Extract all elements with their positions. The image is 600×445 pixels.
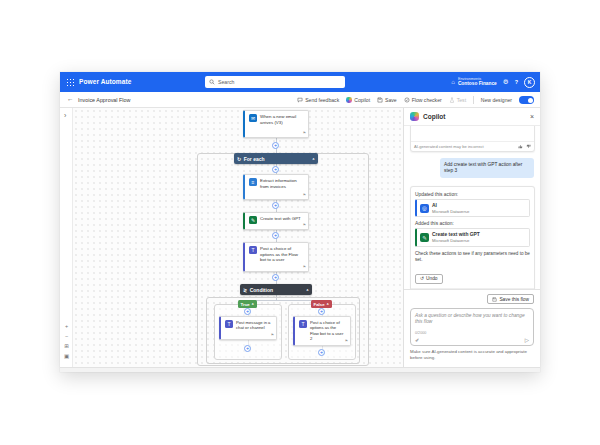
updated-action-label: Updated this action: [415,192,530,197]
command-bar-actions: Send feedback Copilot Save Flow checker … [297,92,534,108]
extract-label: Extract information from invoices [260,178,304,196]
save-this-flow-label: Save this flow [499,297,529,302]
gpt-icon: ✎ [249,216,257,224]
insert-step-button[interactable]: + [272,166,279,173]
collapse-chevron-icon: ∧ [251,302,254,306]
gpt-label: Create text with GPT [260,216,301,226]
updated-action-card[interactable]: ◎ AI Microsoft Dataverse [415,199,530,217]
command-bar: ← Invoice Approval Flow Send feedback Co… [60,92,540,108]
insert-step-button[interactable]: + [318,349,325,356]
gpt-action-icon: ✎ [420,233,429,242]
copilot-title: Copilot [423,113,526,120]
insert-step-button[interactable]: + [272,142,279,149]
flow-title: Invoice Approval Flow [78,97,130,103]
copilot-button[interactable]: Copilot [346,97,370,103]
post-choice-node[interactable]: T Post a choice of options as the Flow b… [243,242,309,272]
waffle-menu-icon[interactable] [66,78,74,86]
condition-icon: ≷ [243,287,247,293]
search-icon [209,79,215,85]
insert-step-button[interactable]: + [272,232,279,239]
ai-action-icon: ◎ [420,204,429,213]
post-message-node[interactable]: T Post message in a chat or channel ⚑ [219,316,277,340]
undo-button[interactable]: ↺ Undo [415,274,443,284]
search-placeholder: Search [218,79,234,85]
save-icon [492,297,497,302]
thumbs-down-icon[interactable] [526,144,531,149]
added-action-card[interactable]: ✎ Create text with GPT Microsoft Dataver… [415,228,530,246]
collapse-chevron-icon: ∧ [326,302,329,306]
test-beaker-icon [449,97,455,103]
insert-step-button[interactable]: + [244,308,251,315]
post-choice-2-node[interactable]: T Post a choice of options as the Flow b… [293,316,351,346]
insert-step-button[interactable]: + [244,345,251,352]
trigger-label: When a new email arrives (V3) [260,114,304,134]
help-button[interactable]: ? [515,79,518,85]
note-flag-icon: ⚑ [271,334,274,338]
flow-checker-icon [404,97,410,103]
toggle-knob [528,98,533,103]
insert-step-button[interactable]: + [272,202,279,209]
trigger-node-email[interactable]: ✉ When a new email arrives (V3) ⚑ [243,110,309,138]
collapse-chevron-icon[interactable]: ∧ [306,288,309,292]
settings-gear-icon[interactable]: ⚙ [503,79,509,86]
copilot-footer: Save this flow Ask a question or describ… [404,289,540,367]
teams-icon: T [225,320,233,328]
post-choice-label: Post a choice of options as the Flow bot… [260,246,304,268]
ai-builder-icon: ≡ [249,178,257,186]
character-count: 0/2000 [415,331,426,335]
suite-header: Power Automate Search ⌂ Environments Con… [60,72,540,92]
insert-step-button[interactable]: + [318,308,325,315]
added-action-label: Added this action: [415,221,530,226]
create-text-gpt-node[interactable]: ✎ Create text with GPT ⚑ [243,212,309,230]
foreach-icon: ↻ [237,156,241,162]
app-title: Power Automate [79,78,131,85]
false-label: False [314,302,325,307]
thumbs-up-icon[interactable] [518,144,523,149]
condition-label: Condition [250,287,273,293]
collapse-chevron-icon[interactable]: ∧ [312,157,315,161]
copilot-prompt-input[interactable]: Ask a question or describe how you want … [410,308,534,346]
user-message-bubble: Add create text with GPT action after st… [440,158,534,178]
teams-icon: T [299,320,307,328]
send-feedback-button[interactable]: Send feedback [297,97,339,103]
test-label: Test [457,97,466,103]
toolbar-divider [473,96,474,104]
environment-name: Contoso Finance [458,81,497,87]
send-icon[interactable]: ▷ [525,338,529,344]
check-actions-text: Check these actions to see if any parame… [415,251,530,263]
search-input[interactable]: Search [205,76,345,88]
save-icon [377,97,383,103]
new-designer-toggle[interactable] [519,96,534,104]
true-badge[interactable]: True ∧ [238,300,257,308]
teams-icon: T [249,246,257,254]
copilot-panel: Copilot × AI-generated content may be in… [403,108,540,367]
added-action-subtitle: Microsoft Dataverse [432,238,480,243]
zoom-in-button[interactable]: + [65,323,68,329]
prompt-ideas-icon[interactable]: ✐ [415,338,419,343]
false-badge[interactable]: False ∧ [311,300,332,308]
flow-checker-button[interactable]: Flow checker [404,97,442,103]
back-button[interactable]: ← [67,96,74,103]
canvas-zoom-controls: + − ⊞ ▣ [60,323,73,359]
header-right-cluster: ⌂ Environments Contoso Finance ⚙ ? K [451,72,535,92]
prompt-placeholder: Ask a question or describe how you want … [415,313,529,326]
minimap-button[interactable]: ▣ [64,353,69,359]
expand-panel-chevron[interactable]: › [64,112,66,119]
ai-disclaimer: AI-generated content may be incorrect [414,144,484,149]
true-label: True [241,302,250,307]
insert-step-button[interactable]: + [272,274,279,281]
note-flag-icon: ⚑ [345,340,348,344]
condition-header[interactable]: ≷ Condition ∧ [240,284,312,295]
foreach-scope-header[interactable]: ↻ For each ∧ [234,153,318,164]
flow-canvas[interactable]: ✉ When a new email arrives (V3) ⚑ + ↻ Fo… [73,108,403,367]
save-this-flow-button[interactable]: Save this flow [487,294,534,304]
close-icon[interactable]: × [530,113,534,120]
environment-picker[interactable]: ⌂ Environments Contoso Finance [451,77,497,87]
save-button[interactable]: Save [377,97,397,103]
avatar[interactable]: K [524,77,535,88]
environment-label: Environments [458,77,497,81]
fit-view-button[interactable]: ⊞ [64,343,69,349]
window-bottom-strip [60,367,540,372]
extract-invoices-node[interactable]: ≡ Extract information from invoices ⚑ [243,174,309,200]
zoom-out-button[interactable]: − [65,333,68,339]
